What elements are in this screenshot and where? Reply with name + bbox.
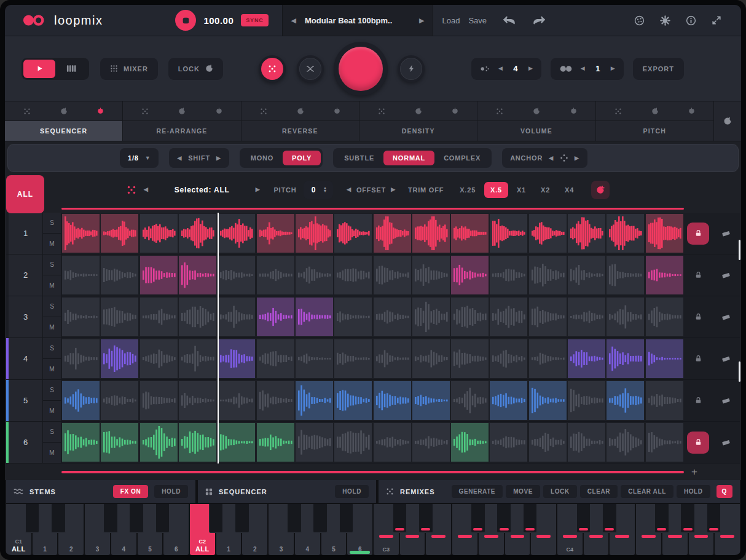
track-waveform[interactable]	[61, 380, 684, 421]
eraser-icon[interactable]	[712, 380, 740, 421]
export-button[interactable]: EXPORT	[633, 58, 684, 80]
black-key[interactable]	[602, 504, 617, 533]
remix-lock-button[interactable]: LOCK	[543, 485, 577, 498]
tab-sequencer[interactable]: SEQUENCER	[5, 121, 122, 141]
scroll-indicator[interactable]	[739, 240, 740, 260]
all-tracks-button[interactable]: ALL	[6, 175, 44, 213]
speed-x2[interactable]: X2	[535, 182, 556, 198]
mute-button[interactable]: M	[43, 275, 61, 296]
undo-icon[interactable]	[503, 16, 516, 25]
keys-view-button[interactable]	[55, 60, 87, 78]
solo-button[interactable]: S	[43, 380, 61, 401]
tab-pitch[interactable]: PITCH	[596, 121, 713, 141]
sync-icon[interactable]	[178, 108, 186, 115]
offset-right-icon[interactable]: ▶	[391, 187, 396, 192]
load-button[interactable]: Load	[442, 16, 460, 25]
track-waveform[interactable]	[61, 422, 684, 463]
speed-x-5[interactable]: X.5	[484, 182, 508, 198]
resize-icon[interactable]	[712, 15, 721, 26]
lock-button[interactable]: LOCK	[168, 58, 223, 80]
black-key[interactable]	[393, 504, 407, 533]
anchor-left-icon[interactable]: ◀	[549, 156, 554, 161]
eraser-icon[interactable]	[712, 213, 740, 254]
mute-button[interactable]: M	[43, 359, 61, 379]
complexity-normal[interactable]: NORMAL	[383, 151, 434, 165]
black-key[interactable]	[654, 504, 669, 533]
track-waveform[interactable]	[61, 296, 684, 337]
power-icon[interactable]	[97, 108, 104, 114]
black-key[interactable]	[418, 504, 433, 533]
complexity-subtle[interactable]: SUBTLE	[335, 151, 383, 165]
power-icon[interactable]	[452, 108, 458, 114]
info-icon[interactable]	[686, 15, 696, 26]
scroll-indicator[interactable]	[739, 361, 740, 382]
mute-button[interactable]: M	[43, 317, 61, 337]
track-number[interactable]: 3	[9, 296, 43, 337]
mute-button[interactable]: M	[43, 234, 61, 254]
sync-icon[interactable]	[297, 108, 304, 115]
black-key[interactable]	[680, 504, 695, 533]
tab-volume[interactable]: VOLUME	[477, 121, 595, 141]
black-key[interactable]	[235, 504, 249, 533]
steps-next-icon[interactable]: ▶	[528, 66, 533, 71]
track-number[interactable]: 2	[9, 254, 43, 296]
mixer-button[interactable]: MIXER	[100, 58, 158, 80]
sync-icon[interactable]	[415, 108, 422, 115]
speed-x4[interactable]: X4	[559, 182, 580, 198]
black-key[interactable]	[129, 504, 144, 533]
dice-icon[interactable]	[378, 108, 385, 115]
power-icon[interactable]	[688, 108, 695, 114]
track-waveform[interactable]	[61, 254, 684, 296]
track-waveform[interactable]	[61, 338, 684, 379]
black-key[interactable]	[497, 504, 511, 533]
mute-button[interactable]: M	[43, 401, 61, 421]
black-key[interactable]	[339, 504, 354, 533]
anchor-right-icon[interactable]: ▶	[575, 156, 579, 161]
instant-button[interactable]	[398, 55, 425, 82]
complexity-complex[interactable]: COMPLEX	[434, 151, 490, 165]
lock-icon[interactable]	[687, 390, 709, 412]
fx-on-button[interactable]: FX ON	[113, 485, 149, 498]
eraser-icon[interactable]	[712, 422, 740, 463]
track-waveform[interactable]	[61, 213, 684, 254]
randomize-button[interactable]	[259, 55, 286, 82]
preset-prev-icon[interactable]: ◀	[291, 17, 296, 24]
selected-next-icon[interactable]: ▶	[256, 187, 261, 192]
add-button[interactable]: +	[691, 467, 697, 477]
sync-icon[interactable]	[60, 108, 68, 115]
sync-toggle[interactable]: SYNC	[241, 14, 268, 26]
eraser-icon[interactable]	[712, 338, 740, 379]
loop-next-icon[interactable]: ▶	[611, 66, 615, 71]
solo-button[interactable]: S	[43, 338, 61, 359]
selected-prev-icon[interactable]: ◀	[144, 187, 149, 192]
dice-icon[interactable]	[141, 108, 149, 115]
black-key[interactable]	[103, 504, 118, 533]
sequencer-hold-button[interactable]: HOLD	[335, 485, 369, 498]
black-key[interactable]	[287, 504, 302, 533]
lock-icon[interactable]	[687, 348, 709, 370]
rate-select[interactable]: 1/8 ▼	[120, 148, 159, 168]
tab-re-arrange[interactable]: RE-ARRANGE	[123, 121, 240, 141]
solo-button[interactable]: S	[43, 422, 61, 443]
mute-button[interactable]: M	[43, 443, 61, 463]
tab-density[interactable]: DENSITY	[359, 121, 477, 141]
black-key[interactable]	[313, 504, 328, 533]
retrigger-button[interactable]	[591, 181, 610, 199]
shift-right-icon[interactable]: ▶	[216, 156, 221, 161]
quantize-button[interactable]: Q	[717, 485, 732, 498]
track-number[interactable]: 4	[9, 338, 43, 379]
black-key[interactable]	[707, 504, 721, 533]
play-view-button[interactable]	[23, 60, 55, 78]
power-icon[interactable]	[216, 108, 222, 114]
remix-trigger-button[interactable]	[334, 42, 388, 96]
black-key[interactable]	[25, 504, 40, 533]
solo-button[interactable]: S	[43, 254, 61, 275]
track-number[interactable]: 5	[9, 380, 43, 421]
black-key[interactable]	[155, 504, 170, 533]
preset-name[interactable]: Modular Beat 100bpm..	[305, 16, 410, 25]
remix-generate-button[interactable]: GENERATE	[452, 485, 503, 498]
dice-icon[interactable]	[23, 108, 31, 115]
solo-button[interactable]: S	[43, 213, 61, 234]
remix-hold-button[interactable]: HOLD	[677, 485, 710, 498]
community-icon[interactable]	[634, 15, 645, 26]
